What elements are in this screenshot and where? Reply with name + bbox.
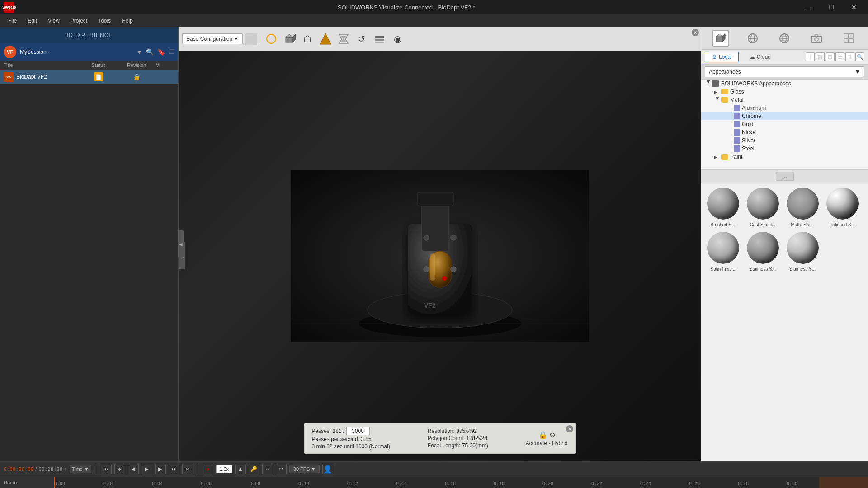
tab-materials[interactable] — [745, 30, 761, 47]
tree-paint[interactable]: ▶ Paint — [701, 153, 868, 161]
thumbnail-stainless-2[interactable]: Stainless S... — [784, 231, 821, 272]
snap-button[interactable]: ↔ — [262, 464, 273, 474]
thumb-satin-finish-label: Satin Finis... — [710, 267, 735, 272]
tree-chrome-label: Chrome — [742, 113, 761, 119]
menu-help[interactable]: Help — [117, 16, 137, 26]
tab-cube[interactable] — [712, 30, 729, 47]
menu-project[interactable]: Project — [66, 16, 92, 26]
thumbnail-polished-steel[interactable]: Polished S... — [824, 187, 860, 227]
tree-steel[interactable]: ▶ Steel — [701, 145, 868, 153]
app-logo: SW2020 — [4, 2, 14, 13]
bookmark-icon[interactable]: 🔖 — [157, 48, 165, 56]
config-select[interactable]: Base Configuration ▼ — [182, 33, 243, 44]
menu-edit[interactable]: Edit — [23, 16, 42, 26]
thumbnail-matte-steel[interactable]: Matte Ste... — [784, 187, 821, 227]
tab-camera[interactable] — [808, 30, 825, 47]
timeline-ruler[interactable]: Name 0:00 0:02 0:04 0:06 0:08 0:10 0:12 … — [0, 477, 868, 488]
view-icon-4[interactable]: ☰ — [835, 52, 844, 61]
time-mode-dropdown[interactable]: Time ▼ — [70, 465, 91, 473]
tree-glass-label: Glass — [730, 89, 744, 95]
passes-max-input[interactable] — [346, 427, 370, 435]
speed-display[interactable]: 1.0x — [216, 465, 232, 473]
local-icon: 🖥 — [712, 54, 717, 60]
play-button[interactable]: ▶ — [142, 464, 152, 474]
view-icon-2[interactable]: ▦ — [816, 52, 825, 61]
trim-button[interactable]: ✂ — [276, 464, 287, 474]
tree-metal[interactable]: ▶ Metal — [701, 96, 868, 104]
frame-back-button[interactable]: ◀ — [128, 464, 139, 474]
thumb-cast-stainless-label: Cast Stainl... — [750, 222, 776, 227]
cloud-toggle[interactable]: ☁ Cloud — [743, 52, 778, 62]
tree-chrome-icon — [734, 113, 740, 119]
record-button[interactable]: ● — [203, 464, 213, 474]
thumb-matte-steel-img — [786, 187, 820, 221]
thumbnail-satin-finish[interactable]: Satin Finis... — [705, 231, 741, 272]
expand-icon[interactable]: ▼ — [136, 48, 142, 56]
ruler-marks: 0:00 0:02 0:04 0:06 0:08 0:10 0:12 0:14 … — [54, 477, 868, 488]
toolbar-pan-icon[interactable]: ☖ — [299, 31, 316, 47]
to-end-button[interactable]: ⏭ — [169, 464, 179, 474]
step-back-button[interactable]: ⏭ — [114, 464, 125, 474]
sphere-matte-steel — [787, 188, 819, 220]
render-scene: VF2 — [179, 51, 701, 461]
file-row[interactable]: SW BioDapt VF2 📄 🔒 — [0, 70, 178, 84]
menu-file[interactable]: File — [4, 16, 21, 26]
ruler-mark-3: 0:06 — [201, 481, 212, 486]
marker-button[interactable]: ▲ — [235, 464, 246, 474]
tab-grid[interactable] — [840, 30, 857, 47]
status-modified-icon: 📄 — [94, 72, 103, 81]
fps-dropdown[interactable]: 30 FPS ▼ — [289, 465, 320, 473]
view-icon-1[interactable]: | — [806, 52, 815, 61]
tree-glass[interactable]: ▶ Glass — [701, 88, 868, 96]
minimize-button[interactable]: — — [798, 0, 819, 14]
toolbar-scene-icon[interactable] — [317, 31, 334, 47]
restore-button[interactable]: ❐ — [821, 0, 842, 14]
header-m: M — [156, 62, 175, 68]
toolbar-render-icon[interactable] — [335, 31, 352, 47]
tab-globe[interactable] — [776, 30, 793, 47]
menu-view[interactable]: View — [43, 16, 64, 26]
toolbar-camera-icon[interactable]: ◉ — [390, 31, 406, 47]
tree-gold[interactable]: ▶ Gold — [701, 120, 868, 128]
tree-gold-icon — [734, 121, 740, 127]
search-icon[interactable]: 🔍 — [146, 48, 154, 56]
appearances-dropdown[interactable]: Appearances ▼ — [705, 66, 864, 77]
menu-tools[interactable]: Tools — [94, 16, 115, 26]
loop-button[interactable]: ∞ — [182, 464, 193, 474]
view-icon-5[interactable]: ⇅ — [845, 52, 854, 61]
dropdown-arrow-icon: ▼ — [855, 69, 860, 75]
person-icon[interactable]: 👤 — [322, 464, 333, 474]
thumbnail-brushed-steel[interactable]: Brushed S... — [705, 187, 741, 227]
time-display-area: 0:00:00:00 / 00:30:00 ↑ — [4, 466, 67, 472]
toolbar-close-button[interactable]: ✕ — [692, 29, 699, 36]
left-collapse-handle[interactable]: ◀ — [178, 230, 184, 258]
tree-nickel[interactable]: ▶ Nickel — [701, 128, 868, 136]
config-list-button[interactable]: ≡ — [245, 33, 257, 45]
thumbnail-cast-stainless[interactable]: Cast Stainl... — [745, 187, 781, 227]
local-toggle[interactable]: 🖥 Local — [705, 52, 739, 62]
key-icon[interactable]: 🔑 — [249, 464, 259, 474]
tree-silver[interactable]: ▶ Silver — [701, 136, 868, 145]
info-close-button[interactable]: ✕ — [566, 425, 573, 432]
title-bar-left: SW2020 — [4, 2, 14, 13]
ruler-track[interactable]: 0:00 0:02 0:04 0:06 0:08 0:10 0:12 0:14 … — [54, 477, 868, 488]
close-button[interactable]: ✕ — [844, 0, 864, 14]
tree-aluminum[interactable]: ▶ Aluminum — [701, 104, 868, 112]
frame-fwd-button[interactable]: ▶ — [155, 464, 166, 474]
svg-rect-1 — [286, 37, 293, 42]
toolbar-rotate-icon[interactable] — [263, 31, 279, 47]
toolbar-layers-icon[interactable] — [372, 31, 388, 47]
toolbar-refresh-icon[interactable]: ↺ — [354, 31, 370, 47]
menu-icon[interactable]: ☰ — [169, 48, 175, 56]
dots-button[interactable]: ... — [776, 172, 794, 181]
view-icon-3[interactable]: ⊞ — [826, 52, 835, 61]
cloud-icon: ☁ — [750, 54, 755, 60]
tree-chrome[interactable]: ▶ Chrome — [701, 112, 868, 120]
thumb-polished-steel-label: Polished S... — [830, 222, 855, 227]
thumbnail-divider: ... — [701, 170, 868, 183]
view-icon-6[interactable]: 🔍 — [855, 52, 864, 61]
to-start-button[interactable]: ⏮ — [101, 464, 112, 474]
tree-root[interactable]: ▶ SOLIDWORKS Appearances — [701, 80, 868, 88]
toolbar-view-icon[interactable] — [281, 31, 297, 47]
thumbnail-stainless-1[interactable]: Stainless S... — [745, 231, 781, 272]
